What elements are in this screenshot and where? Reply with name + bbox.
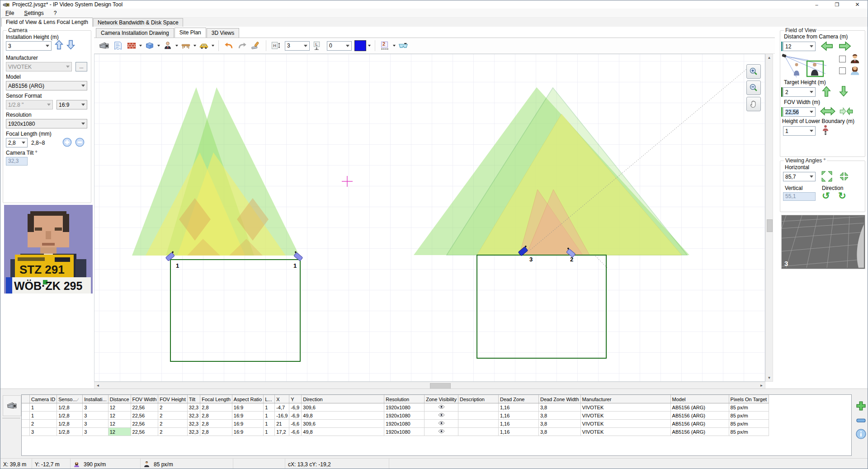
cell-l-[interactable]: 1 [264, 412, 275, 420]
3d-view-thumbnail[interactable]: 3 [781, 215, 865, 269]
cell-dead-zone[interactable]: 1,16 [498, 412, 538, 420]
cell-l-[interactable]: 1 [264, 420, 275, 428]
rotate-cw-icon[interactable]: ↻ [838, 191, 846, 200]
cell-fov-height[interactable]: 2 [158, 428, 187, 436]
cell-pixels-on-target[interactable]: 85 px/m [729, 428, 769, 436]
installation-height-combo[interactable]: 3 [6, 41, 52, 51]
cell-resolution[interactable]: 1920x1080 [384, 412, 425, 420]
cell-tilt[interactable]: 32,3 [187, 420, 200, 428]
close-button[interactable]: ✕ [847, 0, 868, 9]
minimize-button[interactable]: – [807, 0, 827, 9]
zone-visibility-eye-icon[interactable] [425, 420, 458, 428]
undo-button[interactable] [222, 39, 236, 52]
menu-[interactable]: ? [49, 9, 62, 17]
cell-model[interactable]: AB5156 (ARG) [670, 428, 729, 436]
col-header-model[interactable]: Model [670, 395, 729, 403]
table-row[interactable]: 11/2,831222,56232,32,816:91-4,7-6,9309,6… [22, 403, 769, 412]
furniture-object-tool[interactable] [179, 39, 193, 52]
cell-fov-width[interactable]: 22,56 [131, 412, 158, 420]
distance-combo[interactable]: 12 [783, 42, 816, 51]
lower-camera-icon[interactable] [66, 39, 75, 50]
cell-manufacturer[interactable]: VIVOTEK [580, 412, 670, 420]
cell-dead-zone[interactable]: 1,16 [498, 403, 538, 412]
cell-x[interactable]: -4,7 [275, 403, 289, 412]
cell-direction[interactable]: 49,8 [302, 428, 384, 436]
cell-fov-width[interactable]: 22,56 [131, 420, 158, 428]
scroll-right-arrow[interactable]: ► [758, 382, 765, 389]
cell-installati-[interactable]: 3 [83, 428, 108, 436]
cell-y[interactable]: -6,9 [289, 412, 302, 420]
col-header-fov-height[interactable]: FOV Height [158, 395, 187, 403]
cell-dead-zone-width[interactable]: 3,8 [538, 428, 580, 436]
cell-y[interactable]: -6,6 [289, 428, 302, 436]
cell-manufacturer[interactable]: VIVOTEK [580, 403, 670, 412]
focal-length-combo[interactable]: 2,8 [6, 138, 28, 147]
maximize-button[interactable]: ❐ [827, 0, 847, 9]
cell-pixels-on-target[interactable]: 85 px/m [729, 403, 769, 412]
table-row[interactable]: 21/2,831222,56232,32,816:9121-6,6309,619… [22, 420, 769, 428]
show-man-checkbox[interactable] [839, 56, 846, 62]
row-selector-cell[interactable] [22, 412, 30, 420]
cell-senso-[interactable]: 1/2,8 [57, 412, 83, 420]
sensor-format-combo[interactable]: 1/2.8 " [6, 100, 53, 109]
target-shorter-icon[interactable] [839, 85, 848, 97]
site-plan-canvas[interactable]: 1 1 3 2 [94, 54, 765, 382]
cell-aspect-ratio[interactable]: 16:9 [232, 403, 263, 412]
cell-camera-id[interactable]: 2 [30, 420, 57, 428]
col-header-resolution[interactable]: Resolution [384, 395, 425, 403]
col-header-x[interactable]: X [275, 395, 289, 403]
doc-tab-3d-views[interactable]: 3D Views [207, 28, 239, 38]
cell-manufacturer[interactable]: VIVOTEK [580, 420, 670, 428]
zone-number-button[interactable]: 2 [378, 39, 392, 52]
col-header-focal-length[interactable]: Focal Length [200, 395, 232, 403]
row-selector-cell[interactable] [22, 403, 30, 412]
car-object-tool-dropdown[interactable] [211, 39, 215, 52]
cell-model[interactable]: AB5156 (ARG) [670, 420, 729, 428]
pan-hand-button[interactable] [746, 97, 761, 111]
col-header-aspect-ratio[interactable]: Aspect Ratio [232, 395, 263, 403]
cell-direction[interactable]: 309,6 [302, 420, 384, 428]
zone-visibility-eye-icon[interactable] [425, 428, 458, 436]
wall-tool-dropdown[interactable] [138, 39, 143, 52]
target-taller-icon[interactable] [822, 85, 831, 97]
cell-model[interactable]: AB5156 (ARG) [670, 403, 729, 412]
col-header-pixels-on-target[interactable]: Pixels On Target [729, 395, 769, 403]
cell-installati-[interactable]: 3 [83, 412, 108, 420]
cell-description[interactable] [458, 428, 498, 436]
cell-aspect-ratio[interactable]: 16:9 [232, 420, 263, 428]
add-camera-button[interactable] [855, 400, 867, 412]
cell-aspect-ratio[interactable]: 16:9 [232, 428, 263, 436]
col-header-description[interactable]: Description [458, 395, 498, 403]
cell-dead-zone-width[interactable]: 3,8 [538, 403, 580, 412]
manufacturer-browse-button[interactable]: ... [75, 62, 87, 71]
cell-focal-length[interactable]: 2,8 [200, 428, 232, 436]
cell-focal-length[interactable]: 2,8 [200, 403, 232, 412]
cell-focal-length[interactable]: 2,8 [200, 420, 232, 428]
zone-visibility-eye-icon[interactable] [425, 412, 458, 420]
remove-camera-button[interactable] [855, 414, 867, 426]
col-header-fov-width[interactable]: FOV Width [131, 395, 158, 403]
cell-senso-[interactable]: 1/2,8 [57, 420, 83, 428]
cell-senso-[interactable]: 1/2,8 [57, 428, 83, 436]
scroll-left-arrow[interactable]: ◄ [94, 382, 101, 389]
zone-dropdown[interactable] [392, 39, 396, 52]
object-height-combo[interactable]: 3 [285, 41, 310, 51]
col-header-senso-[interactable]: Senso...∕ [57, 395, 83, 403]
cell-direction[interactable]: 49,8 [302, 412, 384, 420]
cell-resolution[interactable]: 1920x1080 [384, 428, 425, 436]
scroll-down-arrow[interactable]: ▼ [766, 374, 773, 381]
main-tab-network-bandwidth-disk-space[interactable]: Network Bandwidth & Disk Space [93, 18, 183, 27]
cell-y[interactable]: -6,6 [289, 420, 302, 428]
cell-distance[interactable]: 12 [108, 428, 131, 436]
cell-camera-id[interactable]: 3 [30, 428, 57, 436]
row-selector-cell[interactable] [22, 428, 30, 436]
menu-settings[interactable]: Settings [19, 9, 48, 17]
col-header-l-[interactable]: L... [264, 395, 275, 403]
cell-camera-id[interactable]: 1 [30, 403, 57, 412]
zoom-out-lens-button[interactable] [75, 137, 85, 147]
manufacturer-combo[interactable]: VIVOTEK [6, 62, 72, 71]
furniture-object-tool-dropdown[interactable] [193, 39, 197, 52]
add-camera-tool[interactable] [98, 39, 111, 52]
raise-camera-icon[interactable] [55, 39, 63, 50]
col-header-distance[interactable]: Distance [108, 395, 131, 403]
